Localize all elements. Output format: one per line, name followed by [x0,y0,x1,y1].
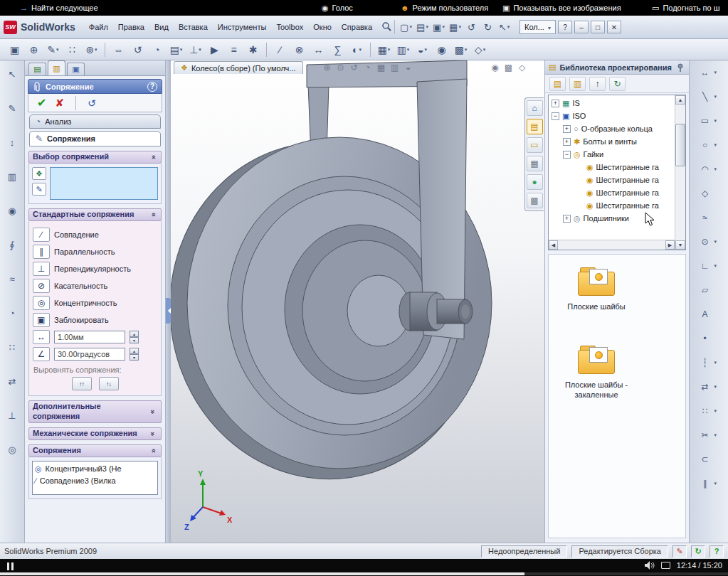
ok-button[interactable]: ✔ [37,96,46,110]
sketch-status-icon[interactable]: ✎ [672,545,687,558]
open-icon[interactable]: ▤ [414,20,431,35]
save-icon[interactable]: ▣ [431,20,447,35]
previous-view-icon[interactable]: ↺ [349,62,359,73]
scroll-right-arrow[interactable]: ▶ [665,240,675,250]
sweep-icon[interactable]: ∮ [4,237,21,252]
chevron-down-icon[interactable]: ▾ [714,118,720,124]
panel-splitter[interactable] [166,60,171,543]
plane-icon[interactable]: ▱ [698,284,712,297]
rebuild-status-icon[interactable]: ↻ [691,545,705,558]
circle-icon[interactable]: ○ [698,139,712,151]
new-motion-study-icon[interactable]: ▶ [206,41,223,58]
volume-icon[interactable] [645,561,655,570]
chevron-down-icon[interactable]: ▾ [714,481,720,486]
select-icon[interactable]: ↖ [496,20,512,35]
coincident-icon[interactable]: ∕ [33,228,50,242]
wheel-assembly-model[interactable]: Y X Z [171,60,544,543]
angle-field[interactable]: 30.00градусов [54,348,125,361]
polygon-icon[interactable]: ◇ [698,187,712,200]
scroll-left-arrow[interactable]: ◀ [549,240,558,250]
help-icon[interactable]: ? [147,82,157,92]
collapse-group-icon[interactable] [149,153,157,161]
exploded-view-icon[interactable]: ✱ [244,41,262,58]
appearances-tab[interactable]: ● [527,174,543,190]
select-arrow-icon[interactable]: ↖ [4,66,21,82]
chevron-down-icon[interactable]: ▾ [714,239,720,245]
tree-expander[interactable]: + [563,125,571,133]
parallel-icon[interactable]: ∥ [33,245,50,259]
tree-expander[interactable]: + [552,100,559,107]
reference-geometry-icon[interactable]: ⊥ [186,41,204,58]
pause-button[interactable] [7,562,14,570]
new-document-icon[interactable]: ▢ [398,20,414,35]
chevron-down-icon[interactable]: ▾ [714,408,720,414]
view-orientation-icon[interactable]: ▦ [376,62,386,73]
tree-expander[interactable]: − [552,112,559,120]
up-one-level-icon[interactable]: ↑ [589,77,606,91]
revolve-icon[interactable]: ◉ [4,203,21,218]
tree-expander[interactable]: + [563,215,571,223]
expand-group-icon[interactable] [149,430,157,438]
design-library-tab[interactable]: ▤ [527,119,543,134]
menu-view[interactable]: Вид [149,20,174,34]
tree-item-bearings[interactable]: + ◎ Подшипники [563,212,674,225]
display-style-icon[interactable]: ▥ [394,41,412,58]
menu-edit[interactable]: Правка [113,20,149,34]
view-palette-tab[interactable]: ▦ [527,156,543,171]
mate-selection-listbox[interactable] [50,167,158,200]
chevron-down-icon[interactable]: ▾ [714,360,720,366]
chevron-down-icon[interactable]: ▾ [714,70,720,75]
display-style-icon[interactable]: ▥ [389,62,400,73]
tree-item-orings[interactable]: + ○ О-образные кольца [563,122,674,135]
cancel-button[interactable]: ✘ [55,97,64,110]
zoom-fit-icon[interactable]: ⊕ [322,62,332,73]
chevron-down-icon[interactable]: ▾ [714,94,720,100]
pattern-icon[interactable]: ∷ [4,339,21,355]
linear-sketch-pattern-icon[interactable]: ∷ [698,405,712,417]
expand-group-icon[interactable] [149,407,157,416]
dimension-icon[interactable]: ↕ [4,134,21,150]
concentric-icon[interactable]: ◎ [33,296,50,310]
menu-tools[interactable]: Инструменты [213,20,272,34]
menu-window[interactable]: Окно [308,20,337,34]
tree-item-hex-nut[interactable]: ◉ Шестигранные га [576,186,674,199]
tree-horizontal-scrollbar[interactable]: ◀ ▶ [549,240,675,250]
multiple-mate-mode-icon[interactable]: ✎ [32,183,46,196]
add-file-location-icon[interactable]: ▥ [569,77,586,91]
distance-field[interactable]: 1.00мм [54,331,125,343]
close-button[interactable]: ✕ [607,21,621,33]
convert-entities-icon[interactable]: ⊂ [698,453,712,466]
player-voice[interactable]: ◉ Голос [322,0,353,16]
mirror-icon[interactable]: ⇄ [4,373,21,389]
edit-component-icon[interactable]: ▣ [6,41,23,58]
trim-entities-icon[interactable]: ✂ [698,429,712,442]
menu-file[interactable]: Файл [84,20,113,34]
distance-icon[interactable]: ↔ [33,330,50,344]
list-item[interactable]: ◎ Концентричный3 (Не [35,463,155,475]
scroll-up-arrow[interactable]: ▲ [675,95,685,105]
tree-expander[interactable]: + [563,138,571,146]
scroll-down-arrow[interactable]: ▼ [675,240,685,250]
menu-help[interactable]: Справка [337,20,377,34]
tree-item-hex-nut[interactable]: ◉ Шестигранные га [576,174,674,186]
zoom-area-icon[interactable]: ⊙ [335,62,346,73]
undo-button[interactable]: ↺ [88,97,96,109]
sketch-icon[interactable]: ✎ [4,100,21,116]
show-hidden-components-icon[interactable]: ◔ [148,41,166,58]
rectangle-icon[interactable]: ▭ [698,114,712,127]
refresh-icon[interactable]: ↻ [609,77,626,91]
lock-icon[interactable]: ▣ [33,313,50,327]
chevron-down-icon[interactable]: ▾ [714,384,720,390]
player-show-images[interactable]: ▣ Показывать все изображения [502,0,621,16]
standard-mates-header[interactable]: Стандартные сопряжения [28,208,162,221]
mate-selections-header[interactable]: Выбор сопряжений [28,151,162,164]
spin-down-button[interactable] [130,337,139,343]
player-find-next[interactable]: → Найти следующее [20,0,98,16]
mates-list-header[interactable]: Сопряжения [28,444,162,457]
reference-plane-icon[interactable]: ⊥ [4,407,21,423]
hole-wizard-icon[interactable]: ◎ [4,442,21,457]
mate-selections-icon[interactable]: ❖ [32,167,46,180]
tree-expander[interactable]: − [563,151,571,159]
spin-down-button[interactable] [130,354,139,361]
smart-fasteners-icon[interactable]: ⊚ [83,41,100,58]
